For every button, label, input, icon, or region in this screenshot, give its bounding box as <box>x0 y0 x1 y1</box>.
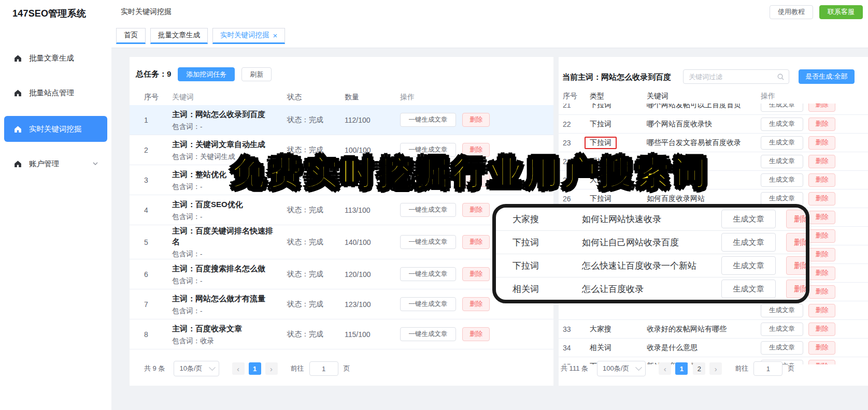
page-size-select[interactable]: 100条/页 <box>597 361 646 376</box>
generate-article-button[interactable]: 生成文章 <box>761 341 803 355</box>
sidebar-nav: 批量文章生成 批量站点管理 实时关键词挖掘 账户管理 <box>0 20 111 175</box>
task-count: 115/100 <box>345 330 400 339</box>
generate-article-button[interactable]: 一键生成文章 <box>400 203 456 217</box>
page-size-value: 10条/页 <box>179 364 202 373</box>
next-page-button[interactable]: › <box>265 362 278 375</box>
delete-button[interactable]: 删除 <box>808 341 835 355</box>
generate-article-button[interactable]: 生成文章 <box>721 233 776 252</box>
generate-article-button[interactable]: 一键生成文章 <box>400 235 456 249</box>
task-table-header: 序号 关键词 状态 数量 操作 <box>130 90 553 105</box>
delete-button[interactable]: 删除 <box>786 233 809 252</box>
delete-button[interactable]: 删除 <box>808 304 835 317</box>
delete-button[interactable]: 删除 <box>462 113 490 127</box>
generate-article-button[interactable]: 生成文章 <box>761 104 803 112</box>
delete-button[interactable]: 删除 <box>808 104 835 112</box>
sidebar-item-keyword-mining[interactable]: 实时关键词挖掘 <box>4 116 107 142</box>
keyword-type: 下拉词 <box>590 120 611 128</box>
delete-button[interactable]: 删除 <box>808 285 835 299</box>
prev-page-button[interactable]: ‹ <box>232 362 245 375</box>
delete-button[interactable]: 删除 <box>808 323 835 336</box>
prev-page-button[interactable]: ‹ <box>659 362 671 375</box>
add-mining-task-button[interactable]: 添加挖词任务 <box>178 67 235 81</box>
generate-article-button[interactable]: 生成文章 <box>761 155 803 168</box>
page-size-select[interactable]: 10条/页 <box>174 361 219 376</box>
task-row[interactable]: 6 主词：百度搜索排名怎么做 包含词：- 状态：完成 120/100 一键生成文… <box>130 259 553 289</box>
goto-page-input[interactable] <box>753 361 782 376</box>
generate-article-button[interactable]: 生成文章 <box>761 304 803 317</box>
delete-button[interactable]: 删除 <box>786 210 809 228</box>
total-count-label: 共 9 条 <box>144 364 165 373</box>
keyword-filter-box <box>683 69 789 84</box>
generate-article-button[interactable]: 生成文章 <box>761 136 803 150</box>
delete-button[interactable]: 删除 <box>462 297 490 311</box>
chevron-down-icon <box>93 161 98 166</box>
delete-button[interactable]: 删除 <box>462 267 490 281</box>
task-row[interactable]: 4 主词：百度SEO优化 包含词：- 状态：完成 113/100 一键生成文章 … <box>130 195 553 225</box>
sidebar-item-batch-article[interactable]: 批量文章生成 <box>4 47 107 69</box>
delete-button[interactable]: 删除 <box>808 360 835 365</box>
task-count: 123/100 <box>345 300 400 309</box>
inset-keyword-row: 大家搜 如何让网站快速收录 生成文章 删除 <box>496 208 806 231</box>
page-list: 12 <box>673 362 708 375</box>
task-include-words: 包含词：- <box>172 276 287 286</box>
delete-button[interactable]: 删除 <box>808 155 835 168</box>
col-status: 状态 <box>287 93 345 102</box>
keyword-text: 收录是什么意思 <box>647 343 761 353</box>
delete-button[interactable]: 删除 <box>786 256 809 275</box>
tutorial-button[interactable]: 使用教程 <box>770 5 813 19</box>
task-row[interactable]: 8 主词：百度收录文章 包含词：收录 状态：完成 115/100 一键生成文章 … <box>130 319 553 349</box>
generate-article-button[interactable]: 生成文章 <box>761 323 803 336</box>
task-index: 3 <box>130 176 172 184</box>
delete-button[interactable]: 删除 <box>462 203 490 217</box>
next-page-button[interactable]: › <box>709 362 722 375</box>
delete-button[interactable]: 删除 <box>808 229 835 243</box>
delete-button[interactable]: 删除 <box>462 327 490 341</box>
generate-article-button[interactable]: 生成文章 <box>761 192 803 206</box>
tab-keyword-mining[interactable]: 实时关键词挖掘 × <box>212 28 285 44</box>
delete-button[interactable]: 删除 <box>786 280 809 298</box>
goto-page-input[interactable] <box>309 361 338 376</box>
page-number-1[interactable]: 1 <box>249 362 261 375</box>
refresh-button[interactable]: 刷新 <box>241 67 272 81</box>
sidebar-item-batch-site[interactable]: 批量站点管理 <box>4 81 107 104</box>
delete-button[interactable]: 删除 <box>808 118 835 131</box>
tab-label: 首页 <box>124 31 138 40</box>
col-actions: 操作 <box>400 93 553 102</box>
generate-article-button[interactable]: 一键生成文章 <box>400 327 456 341</box>
generate-article-button[interactable]: 生成文章 <box>721 256 776 275</box>
close-icon[interactable]: × <box>273 32 278 39</box>
delete-button[interactable]: 删除 <box>808 211 835 224</box>
contact-support-button[interactable]: 联系客服 <box>819 5 863 19</box>
page-number-1[interactable]: 1 <box>675 362 688 375</box>
generate-article-button[interactable]: 一键生成文章 <box>400 113 456 127</box>
col-keyword: 关键词 <box>647 92 761 101</box>
generate-article-button[interactable]: 一键生成文章 <box>400 267 456 281</box>
delete-button[interactable]: 删除 <box>808 136 835 150</box>
topbar: 实时关键词挖掘 使用教程 联系客服 <box>111 0 868 24</box>
delete-button[interactable]: 删除 <box>462 235 490 249</box>
generate-all-toggle-button[interactable]: 是否生成:全部 <box>799 69 855 84</box>
task-include-words: 包含词：- <box>172 122 287 131</box>
page-number-2[interactable]: 2 <box>693 362 705 375</box>
delete-button[interactable]: 删除 <box>808 192 835 206</box>
generate-article-button[interactable]: 生成文章 <box>721 210 776 228</box>
tab-batch-article[interactable]: 批量文章生成 × <box>150 28 208 44</box>
task-row[interactable]: 5 主词：百度关键词排名快速排名 包含词：- 状态：完成 140/100 一键生… <box>130 225 553 259</box>
generate-article-button[interactable]: 生成文章 <box>761 173 803 187</box>
delete-button[interactable]: 删除 <box>808 248 835 261</box>
sidebar-item-label: 实时关键词挖掘 <box>29 124 82 134</box>
generate-article-button[interactable]: 一键生成文章 <box>400 297 456 311</box>
generate-article-button[interactable]: 生成文章 <box>761 118 803 131</box>
sidebar-item-label: 批量站点管理 <box>29 88 74 98</box>
keyword-filter-input[interactable] <box>684 73 777 81</box>
page-unit-label: 页 <box>788 364 794 373</box>
task-row[interactable]: 7 主词：网站怎么做才有流量 包含词：- 状态：完成 123/100 一键生成文… <box>130 289 553 319</box>
keyword-type: 下拉词 <box>496 237 582 248</box>
task-row[interactable]: 1 主词：网站怎么收录到百度 包含词：- 状态：完成 112/100 一键生成文… <box>130 105 553 135</box>
sidebar-item-account[interactable]: 账户管理 <box>4 152 107 175</box>
delete-button[interactable]: 删除 <box>808 173 835 187</box>
keyword-type: 大家搜 <box>590 325 611 333</box>
tab-home[interactable]: 首页 × <box>116 28 146 44</box>
delete-button[interactable]: 删除 <box>808 267 835 280</box>
generate-article-button[interactable]: 生成文章 <box>721 280 776 298</box>
